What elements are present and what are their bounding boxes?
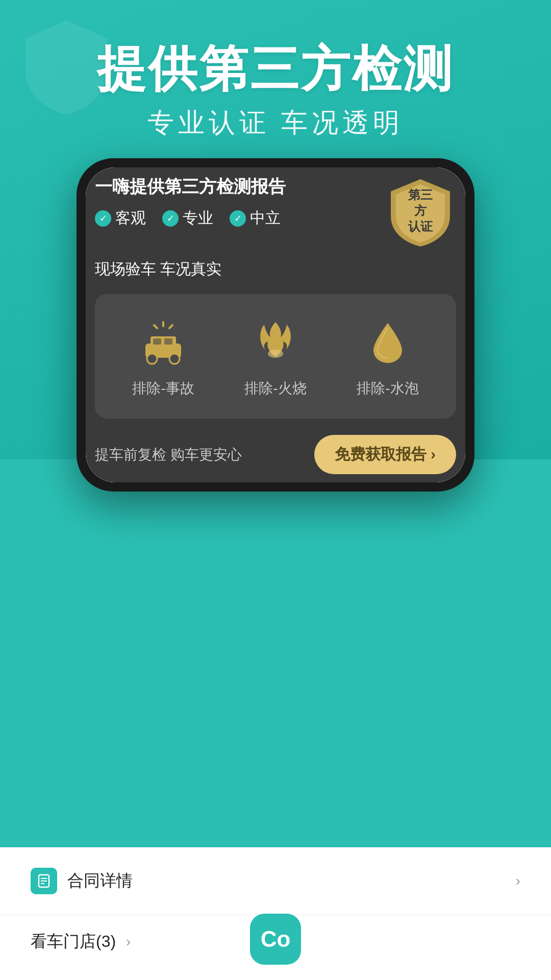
- svg-rect-7: [153, 338, 161, 345]
- check-icon-3: ✓: [230, 210, 246, 227]
- hero-subtitle: 专业认证 车况透明: [0, 105, 551, 141]
- svg-point-9: [268, 350, 283, 358]
- water-icon: [360, 314, 416, 371]
- store-arrow: ›: [126, 934, 131, 950]
- car-accident-icon: [135, 314, 191, 371]
- svg-point-6: [169, 354, 180, 364]
- badge-objective: ✓ 客观: [95, 208, 146, 229]
- card-bottom: 提车前复检 购车更安心 免费获取报告 ›: [95, 419, 456, 482]
- hero-title: 提供第三方检测: [0, 41, 551, 97]
- get-report-button[interactable]: 免费获取报告 ›: [314, 435, 456, 474]
- shield-badge: 第三方认证: [385, 175, 456, 247]
- icon-fire: 排除-火烧: [244, 314, 306, 398]
- check-icon-2: ✓: [162, 210, 179, 227]
- shield-text: 第三方认证: [403, 187, 438, 235]
- contract-arrow: ›: [516, 873, 520, 889]
- card-title: 一嗨提供第三方检测报告: [95, 175, 286, 199]
- badge-label-1: 客观: [115, 208, 146, 229]
- bottom-text: 提车前复检 购车更安心: [95, 445, 242, 464]
- svg-line-2: [154, 325, 157, 328]
- badge-label-2: 专业: [183, 208, 213, 229]
- card-header: 一嗨提供第三方检测报告 ✓ 客观 ✓ 专业 ✓: [95, 175, 456, 247]
- badge-professional: ✓ 专业: [162, 208, 213, 229]
- icon-label-accident: 排除-事故: [132, 379, 194, 398]
- fire-icon: [247, 314, 304, 371]
- svg-line-1: [169, 325, 172, 328]
- app-logo-area: Co: [250, 914, 301, 965]
- phone-mockup: 🔒 📶 📡 📱 🔕 58 10:26 ‹ 车源详情 ↻: [77, 158, 474, 492]
- icon-label-water: 排除-水泡: [357, 379, 418, 398]
- badge-neutral: ✓ 中立: [230, 208, 281, 229]
- phone-screen: 🔒 📶 📡 📱 🔕 58 10:26 ‹ 车源详情 ↻: [86, 167, 465, 482]
- badge-label-3: 中立: [250, 208, 281, 229]
- card-header-left: 一嗨提供第三方检测报告 ✓ 客观 ✓ 专业 ✓: [95, 175, 286, 229]
- check-icon-1: ✓: [95, 210, 111, 227]
- contract-row[interactable]: 合同详情 ›: [0, 847, 551, 915]
- icon-label-fire: 排除-火烧: [244, 379, 306, 398]
- icon-accident: 排除-事故: [132, 314, 194, 398]
- inspection-card: 一嗨提供第三方检测报告 ✓ 客观 ✓ 专业 ✓: [86, 167, 465, 482]
- contract-icon: [31, 868, 57, 894]
- card-tagline: 现场验车 车况真实: [95, 259, 456, 280]
- svg-rect-8: [164, 338, 172, 345]
- hero-section: 提供第三方检测 专业认证 车况透明: [0, 41, 551, 141]
- contract-text: 合同详情: [67, 870, 506, 892]
- phone-frame: 🔒 📶 📡 📱 🔕 58 10:26 ‹ 车源详情 ↻: [77, 158, 474, 492]
- store-text: 看车门店(3): [31, 930, 116, 953]
- svg-point-5: [147, 354, 157, 364]
- card-badges: ✓ 客观 ✓ 专业 ✓ 中立: [95, 208, 286, 229]
- icons-section: 排除-事故 排除-火烧: [95, 294, 456, 419]
- icon-water: 排除-水泡: [357, 314, 418, 398]
- app-logo: Co: [250, 914, 301, 965]
